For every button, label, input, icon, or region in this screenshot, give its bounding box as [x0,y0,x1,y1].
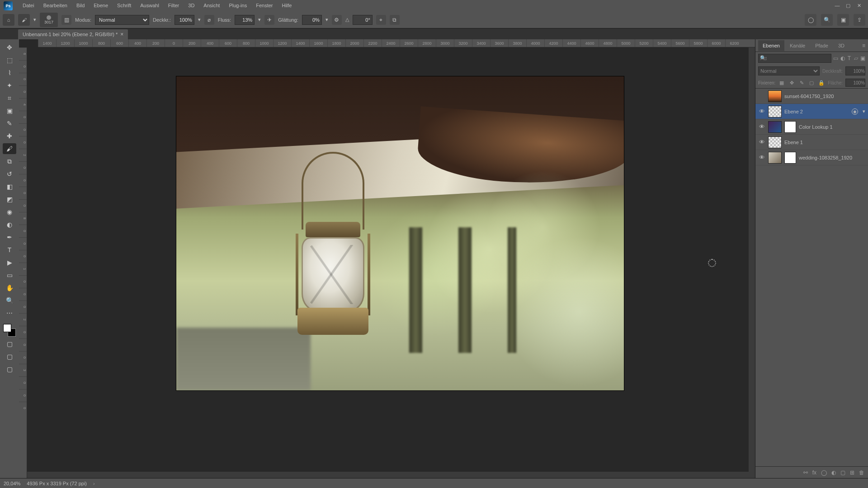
chevron-down-icon[interactable]: ▾ [258,17,261,23]
pressure-size-icon[interactable]: ⌖ [376,15,386,25]
menu-hilfe[interactable]: Hilfe [277,0,296,11]
menu-fenster[interactable]: Fenster [251,0,277,11]
quick-mask-icon[interactable]: ▢ [3,351,16,362]
layer-row[interactable]: sunset-6041750_1920 [755,89,868,104]
smoothing-input[interactable] [302,15,322,25]
layer-row[interactable]: 👁Ebene 2◉▾ [755,104,868,119]
move-tool[interactable]: ✥ [3,42,16,53]
brush-preview[interactable]: 3017 [40,13,58,27]
lock-pixels-icon[interactable]: ▦ [778,79,785,86]
history-brush-tool[interactable]: ↺ [3,169,16,179]
layer-name[interactable]: sunset-6041750_1920 [784,94,834,99]
screen-mode-icon[interactable]: ▢ [3,364,16,375]
tab-pfade[interactable]: Pfade [811,40,833,51]
current-tool-icon[interactable]: 🖌 [18,14,30,26]
visibility-icon[interactable]: 👁 [758,108,765,115]
menu-filter[interactable]: Filter [164,0,184,11]
document-info[interactable]: 4936 Px x 3319 Px (72 ppi) [27,481,87,486]
home-icon[interactable]: ⌂ [3,14,14,26]
lasso-tool[interactable]: ⌇ [3,67,16,78]
chevron-down-icon[interactable]: ▾ [33,17,36,23]
hand-tool[interactable]: ✋ [3,282,16,293]
pressure-opacity-icon[interactable]: ⌀ [204,15,214,25]
menu-bearbeiten[interactable]: Bearbeiten [39,0,72,11]
group-icon[interactable]: ▢ [840,469,845,476]
layer-thumbnail[interactable] [768,106,782,117]
layer-name[interactable]: Ebene 2 [784,109,803,114]
gradient-tool[interactable]: ◩ [3,194,16,205]
healing-tool[interactable]: ✚ [3,131,16,141]
layer-mask-thumbnail[interactable] [784,152,796,164]
workspace-icon[interactable]: ▣ [837,14,849,26]
menu-3d[interactable]: 3D [184,0,199,11]
menu-plugins[interactable]: Plug-ins [224,0,251,11]
more-tool[interactable]: ⋯ [3,308,16,319]
window-maximize[interactable]: ▢ [843,0,854,11]
filter-image-icon[interactable]: ▭ [833,54,838,63]
wand-tool[interactable]: ✦ [3,80,16,91]
filter-smart-icon[interactable]: ▣ [860,54,865,63]
canvas-area[interactable]: 1400120010008006004002000200400600800100… [19,39,755,478]
fx-icon[interactable]: fx [812,469,816,476]
layer-row[interactable]: 👁Ebene 1 [755,135,868,150]
visibility-icon[interactable]: 👁 [758,154,765,161]
lock-position-icon[interactable]: ✥ [788,79,795,86]
color-swatch[interactable] [3,324,16,337]
layer-name[interactable]: wedding-1083258_1920 [799,155,852,160]
eraser-tool[interactable]: ◧ [3,181,16,192]
dodge-tool[interactable]: ◐ [3,219,16,230]
filter-shape-icon[interactable]: ▱ [854,54,859,63]
pen-tool[interactable]: ✒ [3,232,16,243]
smart-filter-icon[interactable]: ◉ [852,108,858,115]
chevron-down-icon[interactable]: ▾ [863,108,865,114]
lock-all-icon[interactable]: 🔒 [818,79,825,86]
search-icon[interactable]: 🔍 [821,14,833,26]
tab-ebenen[interactable]: Ebenen [758,40,784,51]
filter-type-icon[interactable]: T [847,54,852,63]
edit-toolbar-icon[interactable]: ▢ [3,338,16,349]
visibility-icon[interactable]: 👁 [758,139,765,145]
layer-blend-select[interactable]: Normal [758,66,820,75]
menu-bild[interactable]: Bild [72,0,89,11]
layer-thumbnail[interactable] [768,90,782,102]
menu-auswahl[interactable]: Auswahl [136,0,164,11]
layer-name[interactable]: Color Lookup 1 [799,124,833,130]
link-layers-icon[interactable]: ⚯ [803,469,808,476]
share-icon[interactable]: ⇪ [854,14,865,26]
blend-mode-select[interactable]: Normal [95,15,149,25]
eyedropper-tool[interactable]: ✎ [3,118,16,129]
window-minimize[interactable]: — [832,0,843,11]
angle-input[interactable] [353,15,373,25]
layer-name[interactable]: Ebene 1 [784,140,803,145]
menu-ebene[interactable]: Ebene [89,0,113,11]
close-tab-icon[interactable]: × [120,31,123,38]
brush-tool[interactable]: 🖌 [3,143,16,154]
opacity-input[interactable] [175,15,194,25]
type-tool[interactable]: T [3,244,16,255]
chevron-down-icon[interactable]: ▾ [198,17,201,23]
layer-thumbnail[interactable] [768,136,782,148]
stamp-tool[interactable]: ⧉ [3,156,16,167]
cloud-docs-icon[interactable]: ◯ [805,14,816,26]
layer-mask-thumbnail[interactable] [784,121,796,133]
tab-kanaele[interactable]: Kanäle [785,40,810,51]
layer-opacity-input[interactable] [845,66,865,75]
path-select-tool[interactable]: ▶ [3,257,16,268]
zoom-tool[interactable]: 🔍 [3,295,16,306]
layer-row[interactable]: 👁Color Lookup 1 [755,119,868,135]
chevron-down-icon[interactable]: ▾ [326,17,328,23]
menu-schrift[interactable]: Schrift [113,0,136,11]
zoom-level[interactable]: 20,04% [4,481,20,486]
smoothing-options-icon[interactable]: ⚙ [332,15,342,25]
layer-thumbnail[interactable] [768,152,782,164]
layer-thumbnail[interactable] [768,121,782,133]
brush-panel-icon[interactable]: ▥ [61,15,71,25]
layer-row[interactable]: 👁wedding-1083258_1920 [755,150,868,165]
scrollbar-horizontal[interactable] [27,472,749,478]
panel-menu-icon[interactable]: ≡ [862,42,865,49]
document-tab[interactable]: Unbenannt-1 bei 20% (Ebene 2, RGB/8#) * … [18,29,128,39]
shape-tool[interactable]: ▭ [3,270,16,281]
delete-layer-icon[interactable]: 🗑 [859,469,864,476]
frame-tool[interactable]: ▣ [3,105,16,116]
mask-icon[interactable]: ◯ [821,469,827,476]
